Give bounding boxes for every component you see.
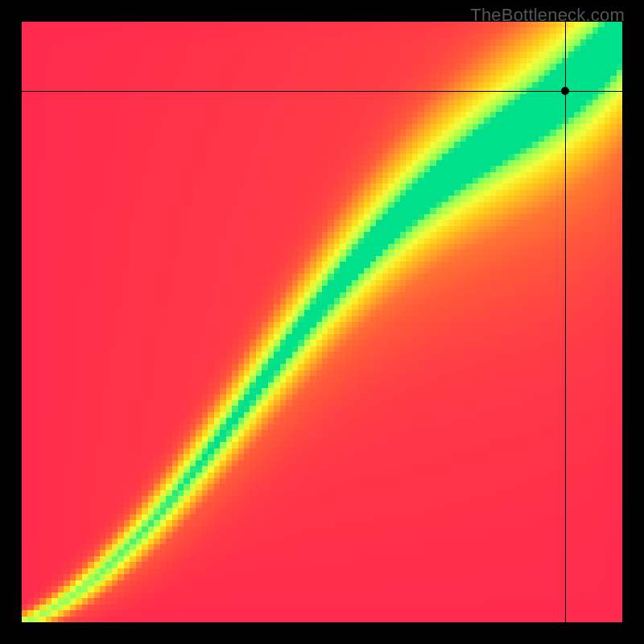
chart-stage: TheBottleneck.com [0,0,644,644]
crosshair-vertical [565,22,566,622]
watermark-text: TheBottleneck.com [470,5,625,26]
heatmap-canvas [22,22,622,622]
plot-area [22,22,622,622]
selection-marker [561,87,569,95]
crosshair-horizontal [22,91,622,92]
